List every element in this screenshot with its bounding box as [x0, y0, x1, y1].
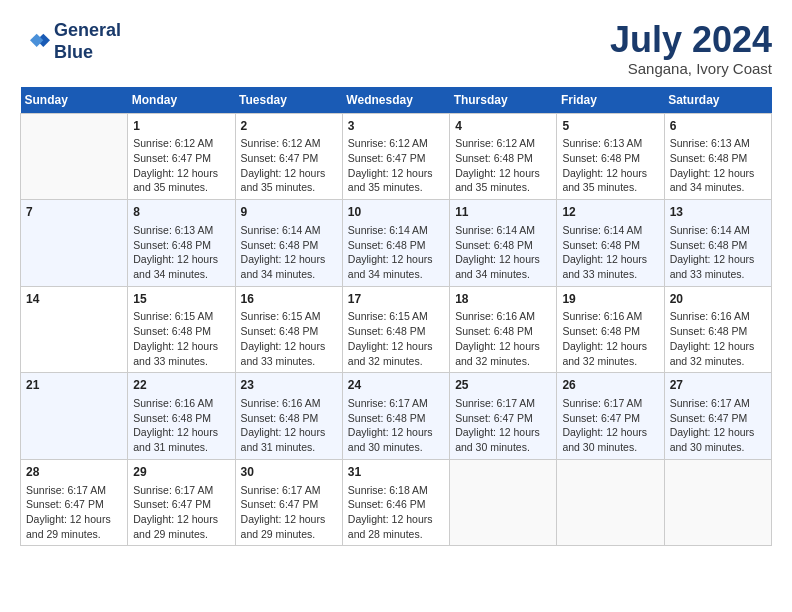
day-info: Sunrise: 6:15 AM Sunset: 6:48 PM Dayligh…: [133, 309, 229, 368]
day-number: 18: [455, 291, 551, 308]
day-cell: 23Sunrise: 6:16 AM Sunset: 6:48 PM Dayli…: [235, 373, 342, 460]
day-number: 10: [348, 204, 444, 221]
day-cell: 22Sunrise: 6:16 AM Sunset: 6:48 PM Dayli…: [128, 373, 235, 460]
day-info: Sunrise: 6:17 AM Sunset: 6:47 PM Dayligh…: [241, 483, 337, 542]
day-number: 17: [348, 291, 444, 308]
day-cell: 2Sunrise: 6:12 AM Sunset: 6:47 PM Daylig…: [235, 113, 342, 200]
day-info: Sunrise: 6:14 AM Sunset: 6:48 PM Dayligh…: [670, 223, 766, 282]
day-number: 13: [670, 204, 766, 221]
day-number: 16: [241, 291, 337, 308]
day-header-friday: Friday: [557, 87, 664, 114]
day-cell: 19Sunrise: 6:16 AM Sunset: 6:48 PM Dayli…: [557, 286, 664, 373]
day-info: Sunrise: 6:15 AM Sunset: 6:48 PM Dayligh…: [348, 309, 444, 368]
title-block: July 2024 Sangana, Ivory Coast: [610, 20, 772, 77]
day-cell: 6Sunrise: 6:13 AM Sunset: 6:48 PM Daylig…: [664, 113, 771, 200]
day-info: Sunrise: 6:16 AM Sunset: 6:48 PM Dayligh…: [455, 309, 551, 368]
day-header-sunday: Sunday: [21, 87, 128, 114]
day-info: Sunrise: 6:16 AM Sunset: 6:48 PM Dayligh…: [562, 309, 658, 368]
day-info: Sunrise: 6:17 AM Sunset: 6:47 PM Dayligh…: [26, 483, 122, 542]
day-header-saturday: Saturday: [664, 87, 771, 114]
day-header-thursday: Thursday: [450, 87, 557, 114]
logo-line1: General: [54, 20, 121, 42]
day-number: 21: [26, 377, 122, 394]
day-number: 26: [562, 377, 658, 394]
day-number: 20: [670, 291, 766, 308]
day-cell: 10Sunrise: 6:14 AM Sunset: 6:48 PM Dayli…: [342, 200, 449, 287]
day-cell: 14: [21, 286, 128, 373]
day-header-wednesday: Wednesday: [342, 87, 449, 114]
day-cell: 5Sunrise: 6:13 AM Sunset: 6:48 PM Daylig…: [557, 113, 664, 200]
day-cell: 28Sunrise: 6:17 AM Sunset: 6:47 PM Dayli…: [21, 459, 128, 546]
day-number: 11: [455, 204, 551, 221]
day-info: Sunrise: 6:17 AM Sunset: 6:48 PM Dayligh…: [348, 396, 444, 455]
day-cell: 30Sunrise: 6:17 AM Sunset: 6:47 PM Dayli…: [235, 459, 342, 546]
day-cell: [450, 459, 557, 546]
logo-text: General Blue: [54, 20, 121, 63]
day-cell: [21, 113, 128, 200]
day-header-monday: Monday: [128, 87, 235, 114]
day-info: Sunrise: 6:16 AM Sunset: 6:48 PM Dayligh…: [133, 396, 229, 455]
location: Sangana, Ivory Coast: [610, 60, 772, 77]
day-cell: [664, 459, 771, 546]
logo-icon: [20, 27, 50, 57]
day-info: Sunrise: 6:16 AM Sunset: 6:48 PM Dayligh…: [241, 396, 337, 455]
calendar-table: SundayMondayTuesdayWednesdayThursdayFrid…: [20, 87, 772, 547]
day-cell: [557, 459, 664, 546]
day-info: Sunrise: 6:13 AM Sunset: 6:48 PM Dayligh…: [133, 223, 229, 282]
day-number: 5: [562, 118, 658, 135]
day-cell: 27Sunrise: 6:17 AM Sunset: 6:47 PM Dayli…: [664, 373, 771, 460]
day-info: Sunrise: 6:18 AM Sunset: 6:46 PM Dayligh…: [348, 483, 444, 542]
day-cell: 25Sunrise: 6:17 AM Sunset: 6:47 PM Dayli…: [450, 373, 557, 460]
day-cell: 15Sunrise: 6:15 AM Sunset: 6:48 PM Dayli…: [128, 286, 235, 373]
day-number: 31: [348, 464, 444, 481]
day-info: Sunrise: 6:15 AM Sunset: 6:48 PM Dayligh…: [241, 309, 337, 368]
day-cell: 31Sunrise: 6:18 AM Sunset: 6:46 PM Dayli…: [342, 459, 449, 546]
day-number: 9: [241, 204, 337, 221]
day-cell: 20Sunrise: 6:16 AM Sunset: 6:48 PM Dayli…: [664, 286, 771, 373]
day-cell: 8Sunrise: 6:13 AM Sunset: 6:48 PM Daylig…: [128, 200, 235, 287]
day-cell: 9Sunrise: 6:14 AM Sunset: 6:48 PM Daylig…: [235, 200, 342, 287]
day-number: 23: [241, 377, 337, 394]
day-number: 28: [26, 464, 122, 481]
day-number: 7: [26, 204, 122, 221]
week-row-2: 78Sunrise: 6:13 AM Sunset: 6:48 PM Dayli…: [21, 200, 772, 287]
day-number: 8: [133, 204, 229, 221]
week-row-4: 2122Sunrise: 6:16 AM Sunset: 6:48 PM Day…: [21, 373, 772, 460]
day-cell: 18Sunrise: 6:16 AM Sunset: 6:48 PM Dayli…: [450, 286, 557, 373]
day-cell: 11Sunrise: 6:14 AM Sunset: 6:48 PM Dayli…: [450, 200, 557, 287]
day-info: Sunrise: 6:13 AM Sunset: 6:48 PM Dayligh…: [670, 136, 766, 195]
week-row-1: 1Sunrise: 6:12 AM Sunset: 6:47 PM Daylig…: [21, 113, 772, 200]
day-cell: 16Sunrise: 6:15 AM Sunset: 6:48 PM Dayli…: [235, 286, 342, 373]
logo-line2: Blue: [54, 42, 121, 64]
day-number: 3: [348, 118, 444, 135]
day-cell: 12Sunrise: 6:14 AM Sunset: 6:48 PM Dayli…: [557, 200, 664, 287]
month-title: July 2024: [610, 20, 772, 60]
day-info: Sunrise: 6:12 AM Sunset: 6:47 PM Dayligh…: [241, 136, 337, 195]
day-number: 27: [670, 377, 766, 394]
day-number: 12: [562, 204, 658, 221]
day-number: 30: [241, 464, 337, 481]
day-info: Sunrise: 6:17 AM Sunset: 6:47 PM Dayligh…: [133, 483, 229, 542]
day-info: Sunrise: 6:17 AM Sunset: 6:47 PM Dayligh…: [670, 396, 766, 455]
day-info: Sunrise: 6:14 AM Sunset: 6:48 PM Dayligh…: [562, 223, 658, 282]
logo: General Blue: [20, 20, 121, 63]
day-cell: 26Sunrise: 6:17 AM Sunset: 6:47 PM Dayli…: [557, 373, 664, 460]
day-number: 19: [562, 291, 658, 308]
day-number: 6: [670, 118, 766, 135]
day-cell: 21: [21, 373, 128, 460]
week-row-3: 1415Sunrise: 6:15 AM Sunset: 6:48 PM Day…: [21, 286, 772, 373]
day-cell: 3Sunrise: 6:12 AM Sunset: 6:47 PM Daylig…: [342, 113, 449, 200]
day-info: Sunrise: 6:12 AM Sunset: 6:47 PM Dayligh…: [133, 136, 229, 195]
day-info: Sunrise: 6:14 AM Sunset: 6:48 PM Dayligh…: [455, 223, 551, 282]
day-cell: 29Sunrise: 6:17 AM Sunset: 6:47 PM Dayli…: [128, 459, 235, 546]
day-number: 2: [241, 118, 337, 135]
day-number: 25: [455, 377, 551, 394]
day-number: 29: [133, 464, 229, 481]
day-number: 15: [133, 291, 229, 308]
day-info: Sunrise: 6:14 AM Sunset: 6:48 PM Dayligh…: [348, 223, 444, 282]
day-number: 14: [26, 291, 122, 308]
day-info: Sunrise: 6:17 AM Sunset: 6:47 PM Dayligh…: [562, 396, 658, 455]
day-cell: 7: [21, 200, 128, 287]
day-info: Sunrise: 6:12 AM Sunset: 6:48 PM Dayligh…: [455, 136, 551, 195]
day-info: Sunrise: 6:13 AM Sunset: 6:48 PM Dayligh…: [562, 136, 658, 195]
